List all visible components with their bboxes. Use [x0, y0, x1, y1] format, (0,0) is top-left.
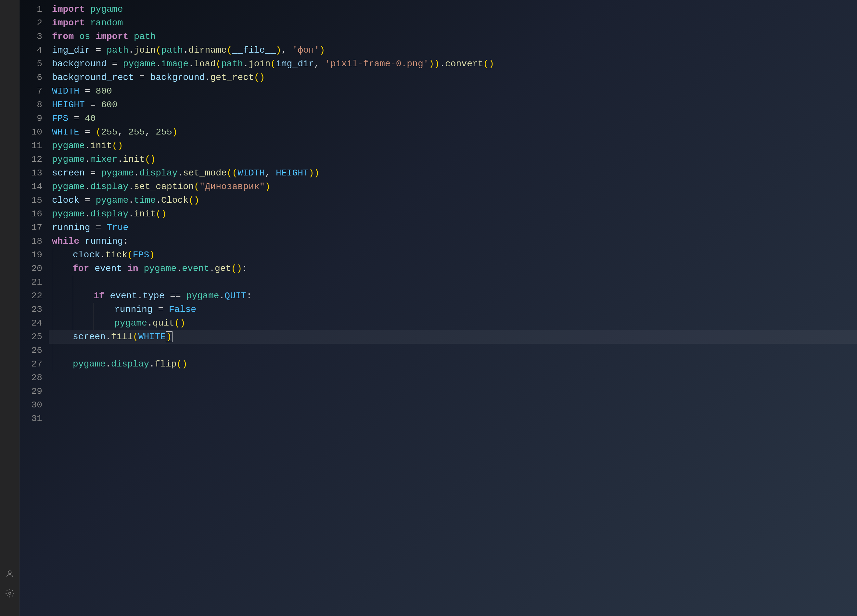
code-line[interactable]: background = pygame.image.load(path.join… [49, 57, 857, 71]
code-line[interactable] [49, 385, 857, 398]
token-var: img_dir [276, 59, 314, 69]
settings-icon[interactable] [4, 587, 15, 599]
token-mod: display [139, 168, 178, 178]
token-fn: join [249, 59, 270, 69]
code-line[interactable]: pygame.quit() [49, 316, 857, 330]
token-punc: = [85, 100, 101, 110]
code-line[interactable]: screen = pygame.display.set_mode((WIDTH,… [49, 166, 857, 180]
line-number-gutter: 1234567891011121314151617181920212223242… [20, 0, 49, 616]
token-fn: fill [111, 332, 133, 342]
token-kw: import [52, 18, 85, 28]
code-line[interactable]: pygame.display.flip() [49, 358, 857, 371]
svg-point-1 [8, 592, 11, 594]
token-punc: . [85, 182, 90, 192]
token-punc: . [128, 182, 134, 192]
token-punc: . [100, 250, 105, 260]
token-var: screen [73, 332, 105, 342]
token-punc: = [79, 195, 96, 205]
token-paren: () [189, 195, 200, 205]
code-line[interactable]: WIDTH = 800 [49, 85, 857, 98]
token-punc [138, 263, 144, 274]
token-mod: pygame [186, 291, 219, 301]
code-line[interactable] [49, 371, 857, 385]
token-paren: ( [156, 45, 161, 55]
code-line[interactable]: clock = pygame.time.Clock() [49, 193, 857, 207]
token-paren: () [145, 154, 156, 164]
line-number: 3 [22, 30, 42, 43]
code-line[interactable]: while running: [49, 235, 857, 248]
code-line[interactable]: pygame.mixer.init() [49, 153, 857, 166]
code-line[interactable]: pygame.display.set_caption("Динозаврик") [49, 180, 857, 193]
token-punc: = [90, 45, 107, 55]
line-number: 22 [22, 289, 42, 303]
token-const: FPS [52, 113, 68, 124]
code-line[interactable] [49, 275, 857, 289]
code-line[interactable]: from os import path [49, 30, 857, 43]
token-mod: display [111, 359, 149, 369]
code-line[interactable]: clock.tick(FPS) [49, 248, 857, 262]
line-number: 14 [22, 180, 42, 193]
token-fn: join [134, 45, 156, 55]
line-number: 25 [22, 330, 42, 344]
token-paren: () [112, 141, 123, 151]
token-const: True [107, 223, 128, 233]
token-num: 600 [101, 100, 117, 110]
code-line[interactable]: background_rect = background.get_rect() [49, 71, 857, 85]
token-var: clock [52, 195, 79, 205]
token-mod: pygame [96, 195, 128, 205]
code-line[interactable]: FPS = 40 [49, 112, 857, 125]
token-punc: . [156, 195, 161, 205]
token-punc [128, 31, 134, 42]
token-var: __file__ [232, 45, 276, 55]
line-number: 24 [22, 316, 42, 330]
token-var: img_dir [52, 45, 90, 55]
line-number: 30 [22, 398, 42, 412]
token-punc: , [282, 45, 292, 55]
token-punc: , [118, 127, 128, 137]
code-line[interactable]: running = True [49, 221, 857, 235]
token-fn: set_mode [183, 168, 226, 178]
token-var: event [110, 291, 137, 301]
code-line[interactable]: HEIGHT = 600 [49, 98, 857, 112]
token-var: clock [73, 250, 100, 260]
token-punc: . [128, 195, 134, 205]
token-var: type [142, 291, 164, 301]
code-line[interactable] [49, 412, 857, 426]
token-punc: = [153, 305, 169, 314]
token-fn: Clock [161, 195, 189, 205]
code-line[interactable]: import pygame [49, 3, 857, 16]
code-line[interactable]: if event.type == pygame.QUIT: [49, 289, 857, 303]
code-line[interactable] [49, 344, 857, 358]
token-const: QUIT [224, 291, 246, 301]
code-editor[interactable]: 1234567891011121314151617181920212223242… [20, 0, 857, 616]
code-line[interactable]: WHITE = (255, 255, 255) [49, 125, 857, 139]
code-line[interactable]: pygame.display.init() [49, 207, 857, 221]
token-punc [122, 263, 127, 274]
code-line[interactable]: img_dir = path.join(path.dirname(__file_… [49, 43, 857, 57]
code-line[interactable]: import random [49, 16, 857, 30]
code-line[interactable]: running = False [49, 303, 857, 316]
token-mod: path [107, 45, 128, 55]
code-line[interactable] [49, 398, 857, 412]
token-var: running [114, 305, 153, 314]
token-fn: convert [445, 59, 483, 69]
line-number: 8 [22, 98, 42, 112]
code-line[interactable]: pygame.init() [49, 139, 857, 153]
line-number: 16 [22, 207, 42, 221]
line-number: 5 [22, 57, 42, 71]
code-line[interactable]: for event in pygame.event.get(): [49, 262, 857, 275]
token-paren: )) [429, 59, 440, 69]
token-punc: . [219, 291, 225, 301]
code-line[interactable]: screen.fill(WHITE) [49, 330, 857, 344]
token-paren: ( [194, 182, 200, 192]
token-punc: = [79, 86, 96, 96]
token-punc: . [176, 263, 182, 274]
account-icon[interactable] [4, 568, 15, 580]
token-mod: pygame [114, 318, 147, 328]
line-number: 6 [22, 71, 42, 85]
token-punc: . [149, 359, 155, 369]
token-mod: pygame [101, 168, 134, 178]
token-const: WHITE [138, 332, 166, 342]
code-content[interactable]: import pygameimport randomfrom os import… [49, 0, 857, 616]
token-num: 800 [96, 86, 112, 96]
